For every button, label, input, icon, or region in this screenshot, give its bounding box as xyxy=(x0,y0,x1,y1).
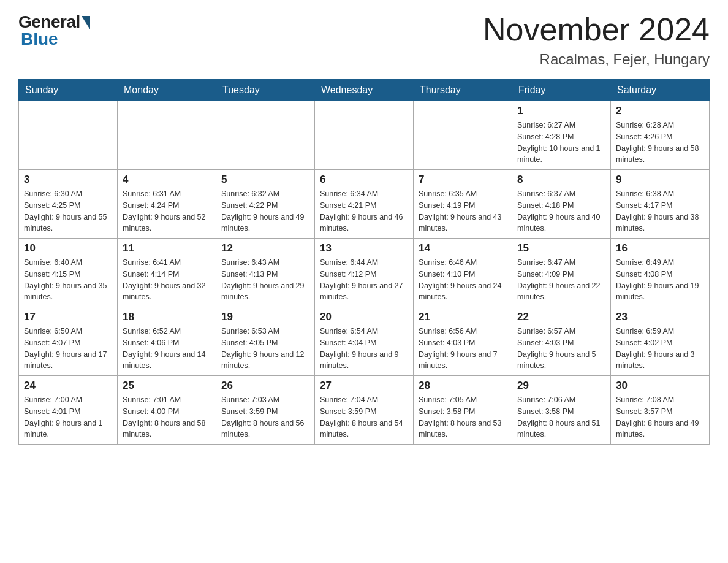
day-info: Sunrise: 6:43 AMSunset: 4:13 PMDaylight:… xyxy=(221,257,309,303)
weekday-header-tuesday: Tuesday xyxy=(216,80,315,101)
day-info: Sunrise: 7:08 AMSunset: 3:57 PMDaylight:… xyxy=(616,394,704,440)
day-info: Sunrise: 6:59 AMSunset: 4:02 PMDaylight:… xyxy=(616,326,704,372)
day-info: Sunrise: 7:04 AMSunset: 3:59 PMDaylight:… xyxy=(320,394,408,440)
weekday-header-sunday: Sunday xyxy=(19,80,118,101)
day-number: 2 xyxy=(616,105,704,117)
location-title: Racalmas, Fejer, Hungary xyxy=(483,51,710,68)
day-number: 8 xyxy=(517,174,605,186)
day-info: Sunrise: 6:30 AMSunset: 4:25 PMDaylight:… xyxy=(24,188,112,234)
day-number: 20 xyxy=(320,311,408,323)
calendar-cell-5-2: 25Sunrise: 7:01 AMSunset: 4:00 PMDayligh… xyxy=(118,376,216,445)
calendar-cell-5-5: 28Sunrise: 7:05 AMSunset: 3:58 PMDayligh… xyxy=(414,376,512,445)
day-info: Sunrise: 6:53 AMSunset: 4:05 PMDaylight:… xyxy=(221,326,309,372)
calendar-cell-1-3 xyxy=(216,101,315,170)
week-row-5: 24Sunrise: 7:00 AMSunset: 4:01 PMDayligh… xyxy=(19,376,710,445)
calendar-cell-2-2: 4Sunrise: 6:31 AMSunset: 4:24 PMDaylight… xyxy=(118,170,216,239)
day-number: 17 xyxy=(24,311,112,323)
day-number: 22 xyxy=(517,311,605,323)
day-number: 19 xyxy=(221,311,309,323)
month-title: November 2024 xyxy=(483,12,710,47)
day-info: Sunrise: 6:41 AMSunset: 4:14 PMDaylight:… xyxy=(123,257,211,303)
calendar-cell-5-3: 26Sunrise: 7:03 AMSunset: 3:59 PMDayligh… xyxy=(216,376,315,445)
day-info: Sunrise: 6:27 AMSunset: 4:28 PMDaylight:… xyxy=(517,120,605,166)
day-info: Sunrise: 6:37 AMSunset: 4:18 PMDaylight:… xyxy=(517,188,605,234)
calendar-table: SundayMondayTuesdayWednesdayThursdayFrid… xyxy=(18,79,710,445)
calendar-cell-2-1: 3Sunrise: 6:30 AMSunset: 4:25 PMDaylight… xyxy=(19,170,118,239)
day-number: 30 xyxy=(616,380,704,392)
day-number: 21 xyxy=(419,311,507,323)
day-number: 15 xyxy=(517,242,605,255)
day-info: Sunrise: 6:50 AMSunset: 4:07 PMDaylight:… xyxy=(24,326,112,372)
day-info: Sunrise: 6:56 AMSunset: 4:03 PMDaylight:… xyxy=(419,326,507,372)
calendar-cell-4-2: 18Sunrise: 6:52 AMSunset: 4:06 PMDayligh… xyxy=(118,307,216,376)
day-info: Sunrise: 6:47 AMSunset: 4:09 PMDaylight:… xyxy=(517,257,605,303)
calendar-cell-2-3: 5Sunrise: 6:32 AMSunset: 4:22 PMDaylight… xyxy=(216,170,315,239)
calendar-cell-4-4: 20Sunrise: 6:54 AMSunset: 4:04 PMDayligh… xyxy=(315,307,414,376)
day-number: 13 xyxy=(320,242,408,255)
calendar-cell-4-7: 23Sunrise: 6:59 AMSunset: 4:02 PMDayligh… xyxy=(611,307,710,376)
day-info: Sunrise: 7:06 AMSunset: 3:58 PMDaylight:… xyxy=(517,394,605,440)
day-info: Sunrise: 6:34 AMSunset: 4:21 PMDaylight:… xyxy=(320,188,408,234)
day-number: 6 xyxy=(320,174,408,186)
page-header: General Blue November 2024 Racalmas, Fej… xyxy=(18,12,710,68)
day-info: Sunrise: 6:38 AMSunset: 4:17 PMDaylight:… xyxy=(616,188,704,234)
day-number: 14 xyxy=(419,242,507,255)
calendar-cell-4-3: 19Sunrise: 6:53 AMSunset: 4:05 PMDayligh… xyxy=(216,307,315,376)
day-number: 12 xyxy=(221,242,309,255)
day-number: 27 xyxy=(320,380,408,392)
calendar-cell-3-7: 16Sunrise: 6:49 AMSunset: 4:08 PMDayligh… xyxy=(611,239,710,307)
calendar-cell-4-5: 21Sunrise: 6:56 AMSunset: 4:03 PMDayligh… xyxy=(414,307,512,376)
title-block: November 2024 Racalmas, Fejer, Hungary xyxy=(483,12,710,68)
calendar-cell-1-5 xyxy=(414,101,512,170)
calendar-cell-5-7: 30Sunrise: 7:08 AMSunset: 3:57 PMDayligh… xyxy=(611,376,710,445)
day-info: Sunrise: 6:35 AMSunset: 4:19 PMDaylight:… xyxy=(419,188,507,234)
day-info: Sunrise: 7:00 AMSunset: 4:01 PMDaylight:… xyxy=(24,394,112,440)
day-number: 1 xyxy=(517,105,605,117)
day-number: 9 xyxy=(616,174,704,186)
day-number: 29 xyxy=(517,380,605,392)
day-info: Sunrise: 6:54 AMSunset: 4:04 PMDaylight:… xyxy=(320,326,408,372)
calendar-cell-1-1 xyxy=(19,101,118,170)
day-number: 7 xyxy=(419,174,507,186)
day-number: 24 xyxy=(24,380,112,392)
logo-arrow-icon xyxy=(82,16,90,29)
calendar-cell-5-1: 24Sunrise: 7:00 AMSunset: 4:01 PMDayligh… xyxy=(19,376,118,445)
weekday-header-monday: Monday xyxy=(118,80,216,101)
weekday-header-wednesday: Wednesday xyxy=(315,80,414,101)
calendar-cell-2-5: 7Sunrise: 6:35 AMSunset: 4:19 PMDaylight… xyxy=(414,170,512,239)
calendar-cell-5-4: 27Sunrise: 7:04 AMSunset: 3:59 PMDayligh… xyxy=(315,376,414,445)
week-row-3: 10Sunrise: 6:40 AMSunset: 4:15 PMDayligh… xyxy=(19,239,710,307)
day-info: Sunrise: 6:49 AMSunset: 4:08 PMDaylight:… xyxy=(616,257,704,303)
day-number: 4 xyxy=(123,174,211,186)
calendar-cell-3-1: 10Sunrise: 6:40 AMSunset: 4:15 PMDayligh… xyxy=(19,239,118,307)
calendar-cell-4-1: 17Sunrise: 6:50 AMSunset: 4:07 PMDayligh… xyxy=(19,307,118,376)
calendar-cell-3-6: 15Sunrise: 6:47 AMSunset: 4:09 PMDayligh… xyxy=(512,239,611,307)
day-info: Sunrise: 6:52 AMSunset: 4:06 PMDaylight:… xyxy=(123,326,211,372)
day-number: 16 xyxy=(616,242,704,255)
calendar-cell-3-5: 14Sunrise: 6:46 AMSunset: 4:10 PMDayligh… xyxy=(414,239,512,307)
week-row-1: 1Sunrise: 6:27 AMSunset: 4:28 PMDaylight… xyxy=(19,101,710,170)
calendar-cell-5-6: 29Sunrise: 7:06 AMSunset: 3:58 PMDayligh… xyxy=(512,376,611,445)
day-info: Sunrise: 7:01 AMSunset: 4:00 PMDaylight:… xyxy=(123,394,211,440)
calendar-cell-3-3: 12Sunrise: 6:43 AMSunset: 4:13 PMDayligh… xyxy=(216,239,315,307)
logo: General Blue xyxy=(18,12,90,49)
day-info: Sunrise: 6:40 AMSunset: 4:15 PMDaylight:… xyxy=(24,257,112,303)
weekday-header-saturday: Saturday xyxy=(611,80,710,101)
calendar-cell-3-2: 11Sunrise: 6:41 AMSunset: 4:14 PMDayligh… xyxy=(118,239,216,307)
calendar-cell-2-6: 8Sunrise: 6:37 AMSunset: 4:18 PMDaylight… xyxy=(512,170,611,239)
day-info: Sunrise: 6:46 AMSunset: 4:10 PMDaylight:… xyxy=(419,257,507,303)
week-row-4: 17Sunrise: 6:50 AMSunset: 4:07 PMDayligh… xyxy=(19,307,710,376)
day-info: Sunrise: 6:44 AMSunset: 4:12 PMDaylight:… xyxy=(320,257,408,303)
calendar-cell-3-4: 13Sunrise: 6:44 AMSunset: 4:12 PMDayligh… xyxy=(315,239,414,307)
day-number: 23 xyxy=(616,311,704,323)
calendar-cell-4-6: 22Sunrise: 6:57 AMSunset: 4:03 PMDayligh… xyxy=(512,307,611,376)
day-number: 10 xyxy=(24,242,112,255)
calendar-cell-1-6: 1Sunrise: 6:27 AMSunset: 4:28 PMDaylight… xyxy=(512,101,611,170)
day-number: 26 xyxy=(221,380,309,392)
calendar-cell-1-2 xyxy=(118,101,216,170)
weekday-header-friday: Friday xyxy=(512,80,611,101)
day-info: Sunrise: 7:05 AMSunset: 3:58 PMDaylight:… xyxy=(419,394,507,440)
calendar-cell-2-4: 6Sunrise: 6:34 AMSunset: 4:21 PMDaylight… xyxy=(315,170,414,239)
day-number: 3 xyxy=(24,174,112,186)
day-number: 11 xyxy=(123,242,211,255)
